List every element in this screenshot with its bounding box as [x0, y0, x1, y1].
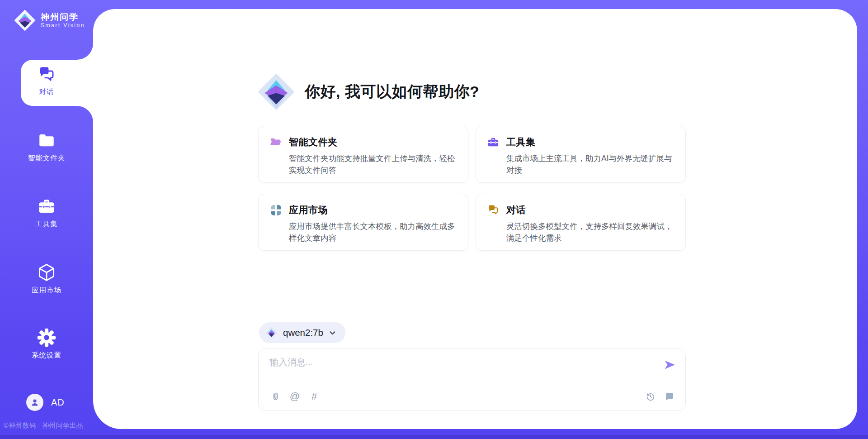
attachment-icon[interactable]: [269, 391, 281, 402]
sidebar-item-settings[interactable]: 系统设置: [0, 328, 93, 360]
greeting-title: 你好, 我可以如何帮助你?: [305, 81, 479, 102]
sidebar-item-app-market[interactable]: 应用市场: [0, 262, 93, 295]
card-toolset[interactable]: 工具集 集成市场上主流工具，助力AI与外界无缝扩展与对接: [476, 126, 686, 183]
model-name: qwen2:7b: [283, 327, 323, 338]
chat-icon: [487, 204, 500, 216]
toolbox-icon: [37, 196, 57, 216]
card-description: 灵活切换多模型文件，支持多样回复效果调试，满足个性化需求: [506, 220, 675, 244]
user-account[interactable]: AD: [26, 394, 65, 411]
app-logo: 神州问学 Smart Vision: [14, 9, 85, 32]
card-description: 应用市场提供丰富长文本模板，助力高效生成多样化文章内容: [289, 220, 457, 244]
sidebar-item-label: 工具集: [35, 220, 58, 229]
brand-name: 神州问学: [41, 12, 85, 23]
tab-fillet-top: [77, 43, 93, 60]
brand-subtitle: Smart Vision: [41, 22, 85, 29]
app-window: 你好, 我可以如何帮助你? 智能文件夹 智能文件夹功能支持批量文件上传与清洗，轻…: [0, 0, 868, 439]
sidebar-item-label: 对话: [39, 87, 54, 97]
card-smart-folder[interactable]: 智能文件夹 智能文件夹功能支持批量文件上传与清洗，轻松实现文件问答: [258, 126, 468, 183]
send-icon[interactable]: [663, 358, 676, 372]
card-chat[interactable]: 对话 灵活切换多模型文件，支持多样回复效果调试，满足个性化需求: [476, 194, 686, 251]
chat-bubble-icon[interactable]: [664, 391, 675, 402]
gear-icon: [37, 328, 57, 348]
folder-icon: [37, 130, 57, 150]
card-description: 集成市场上主流工具，助力AI与外界无缝扩展与对接: [506, 153, 675, 177]
sidebar-item-label: 应用市场: [32, 286, 61, 295]
cube-icon: [37, 262, 57, 282]
mention-icon[interactable]: @: [289, 391, 301, 402]
folder-open-icon: [269, 136, 282, 148]
brand-diamond-icon: [257, 72, 296, 111]
sidebar-item-label: 系统设置: [32, 351, 61, 360]
hashtag-icon[interactable]: #: [308, 391, 320, 402]
message-composer: @ #: [258, 348, 686, 411]
model-selector[interactable]: qwen2:7b: [259, 322, 345, 343]
card-title: 应用市场: [289, 204, 328, 216]
sidebar-item-chat[interactable]: 对话: [0, 64, 93, 97]
brand-diamond-icon: [265, 327, 278, 339]
card-app-market[interactable]: 应用市场 应用市场提供丰富长文本模板，助力高效生成多样化文章内容: [258, 194, 468, 251]
main-content-panel: 你好, 我可以如何帮助你? 智能文件夹 智能文件夹功能支持批量文件上传与清洗，轻…: [93, 9, 857, 429]
card-description: 智能文件夹功能支持批量文件上传与清洗，轻松实现文件问答: [289, 153, 457, 177]
sidebar-item-smart-folder[interactable]: 智能文件夹: [0, 130, 93, 163]
message-input[interactable]: [269, 356, 649, 381]
card-title: 工具集: [506, 136, 536, 148]
card-title: 智能文件夹: [289, 136, 338, 148]
sidebar-item-toolset[interactable]: 工具集: [0, 196, 93, 229]
composer-divider: [269, 385, 675, 385]
bottom-scrollbar-strip[interactable]: [0, 435, 868, 439]
user-name: AD: [51, 397, 65, 408]
copyright-text: ©神州数码 · 神州问学出品: [4, 421, 93, 430]
chat-icon: [37, 64, 57, 84]
history-icon[interactable]: [645, 391, 656, 402]
tab-fillet-bottom: [77, 106, 93, 122]
card-title: 对话: [506, 204, 526, 216]
grid-icon: [269, 204, 282, 216]
avatar: [26, 394, 43, 411]
greeting-row: 你好, 我可以如何帮助你?: [257, 72, 479, 111]
feature-cards: 智能文件夹 智能文件夹功能支持批量文件上传与清洗，轻松实现文件问答: [258, 126, 686, 251]
chevron-down-icon: [329, 329, 336, 337]
toolbox-icon: [487, 136, 500, 148]
sidebar-item-label: 智能文件夹: [28, 153, 66, 163]
brand-diamond-icon: [14, 9, 36, 32]
